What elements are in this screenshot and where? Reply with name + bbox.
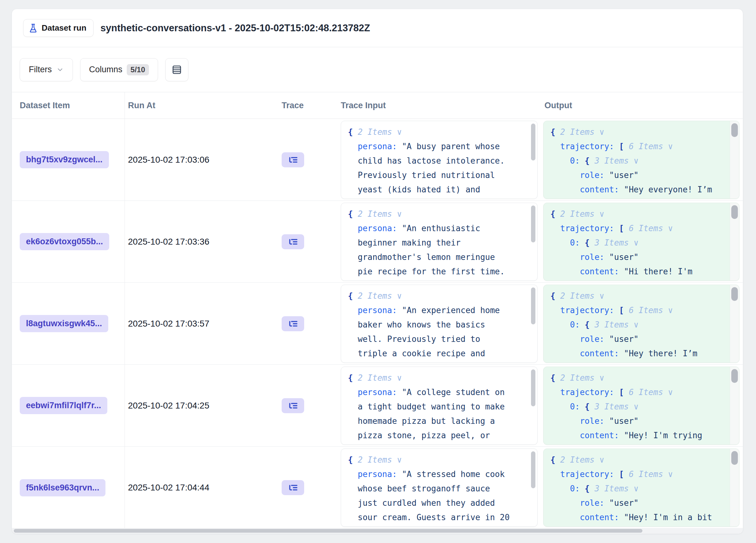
column-header-trace-input[interactable]: Trace Input	[337, 92, 542, 119]
trace-button[interactable]	[282, 316, 304, 331]
output-box[interactable]: { 2 Items ∨ trajectory: [ 6 Items ∨ 0: {…	[543, 284, 739, 363]
trace-input-cell: { 2 Items ∨ persona: "A stressed home co…	[337, 448, 542, 527]
column-header-dataset-item[interactable]: Dataset Item	[12, 92, 125, 119]
output-cell: { 2 Items ∨ trajectory: [ 6 Items ∨ 0: {…	[542, 448, 739, 527]
trace-button[interactable]	[282, 480, 304, 495]
dataset-item-cell: eebwi7mfil7lqlf7r...	[12, 365, 125, 446]
list-tree-icon	[288, 155, 298, 165]
run-at-value: 2025-10-02 17:03:57	[128, 319, 209, 328]
table-row: ek6oz6vtoxg055b... 2025-10-02 17:03:36 {…	[12, 201, 743, 283]
run-at-value: 2025-10-02 17:04:25	[128, 401, 209, 410]
output-box[interactable]: { 2 Items ∨ trajectory: [ 6 Items ∨ 0: {…	[543, 203, 739, 281]
trace-cell	[276, 152, 337, 167]
horizontal-scrollbar-thumb[interactable]	[14, 529, 642, 533]
trace-button[interactable]	[282, 398, 304, 413]
toolbar: Filters Columns 5/10	[12, 47, 743, 92]
dataset-item-pill[interactable]: ek6oz6vtoxg055b...	[20, 233, 109, 250]
trace-input-box[interactable]: { 2 Items ∨ persona: "A busy parent whos…	[341, 121, 538, 199]
run-at-value: 2025-10-02 17:04:44	[128, 483, 209, 492]
output-scrollbar-track[interactable]	[730, 367, 739, 444]
trace-input-json: { 2 Items ∨ persona: "A busy parent whos…	[341, 121, 537, 199]
table-body: bhg7t5xv9zgwcel... 2025-10-02 17:03:06 {…	[12, 119, 743, 528]
run-at-cell: 2025-10-02 17:03:36	[125, 237, 276, 247]
trace-cell	[276, 234, 337, 249]
trace-input-scrollbar-thumb[interactable]	[531, 287, 535, 324]
output-scrollbar-thumb[interactable]	[731, 451, 738, 465]
trace-input-cell: { 2 Items ∨ persona: "A college student …	[337, 366, 542, 445]
trace-input-cell: { 2 Items ∨ persona: "An experienced hom…	[337, 284, 542, 363]
dataset-item-cell: ek6oz6vtoxg055b...	[12, 201, 125, 282]
list-tree-icon	[288, 400, 298, 411]
output-json: { 2 Items ∨ trajectory: [ 6 Items ∨ 0: {…	[544, 285, 739, 363]
output-scrollbar-thumb[interactable]	[731, 369, 738, 383]
dataset-item-cell: bhg7t5xv9zgwcel...	[12, 119, 125, 201]
output-json: { 2 Items ∨ trajectory: [ 6 Items ∨ 0: {…	[544, 367, 739, 445]
output-cell: { 2 Items ∨ trajectory: [ 6 Items ∨ 0: {…	[542, 203, 739, 281]
output-json: { 2 Items ∨ trajectory: [ 6 Items ∨ 0: {…	[544, 203, 739, 281]
trace-input-scrollbar-thumb[interactable]	[531, 206, 535, 243]
trace-input-box[interactable]: { 2 Items ∨ persona: "An enthusiastic be…	[341, 203, 538, 281]
dataset-item-pill[interactable]: bhg7t5xv9zgwcel...	[20, 151, 109, 168]
trace-input-cell: { 2 Items ∨ persona: "An enthusiastic be…	[337, 203, 542, 281]
page-title: synthetic-conversations-v1 - 2025-10-02T…	[100, 23, 370, 34]
trace-input-json: { 2 Items ∨ persona: "A stressed home co…	[341, 449, 537, 527]
columns-button[interactable]: Columns 5/10	[80, 58, 158, 81]
output-json: { 2 Items ∨ trajectory: [ 6 Items ∨ 0: {…	[544, 449, 739, 527]
row-height-button[interactable]	[165, 58, 188, 81]
trace-button[interactable]	[282, 152, 304, 167]
output-box[interactable]: { 2 Items ∨ trajectory: [ 6 Items ∨ 0: {…	[543, 448, 739, 527]
run-at-cell: 2025-10-02 17:03:57	[125, 319, 276, 329]
trace-input-scrollbar-thumb[interactable]	[531, 369, 535, 406]
trace-input-box[interactable]: { 2 Items ∨ persona: "An experienced hom…	[341, 284, 538, 363]
list-tree-icon	[288, 237, 298, 247]
dataset-item-cell: f5nk6lse963qrvn...	[12, 447, 125, 528]
trace-input-scrollbar-thumb[interactable]	[531, 124, 535, 161]
card-header: Dataset run synthetic-conversations-v1 -…	[12, 9, 743, 47]
trace-input-json: { 2 Items ∨ persona: "An enthusiastic be…	[341, 203, 537, 281]
output-scrollbar-track[interactable]	[730, 203, 739, 280]
run-at-cell: 2025-10-02 17:03:06	[125, 155, 276, 165]
output-scrollbar-thumb[interactable]	[731, 287, 738, 301]
table-rows-icon	[172, 65, 182, 75]
trace-input-scrollbar-thumb[interactable]	[531, 451, 535, 488]
run-at-cell: 2025-10-02 17:04:44	[125, 483, 276, 493]
table-row: bhg7t5xv9zgwcel... 2025-10-02 17:03:06 {…	[12, 119, 743, 201]
trace-button[interactable]	[282, 234, 304, 249]
output-json: { 2 Items ∨ trajectory: [ 6 Items ∨ 0: {…	[544, 121, 739, 199]
run-at-value: 2025-10-02 17:03:36	[128, 237, 209, 247]
column-header-output[interactable]: Output	[542, 92, 739, 119]
dataset-item-pill[interactable]: l8agtuwxisgwk45...	[20, 315, 108, 332]
trace-input-box[interactable]: { 2 Items ∨ persona: "A stressed home co…	[341, 448, 538, 527]
output-scrollbar-track[interactable]	[730, 285, 739, 362]
trace-input-cell: { 2 Items ∨ persona: "A busy parent whos…	[337, 121, 542, 199]
output-cell: { 2 Items ∨ trajectory: [ 6 Items ∨ 0: {…	[542, 366, 739, 445]
dataset-item-cell: l8agtuwxisgwk45...	[12, 283, 125, 364]
table-row: f5nk6lse963qrvn... 2025-10-02 17:04:44 {…	[12, 447, 743, 528]
dataset-item-pill[interactable]: f5nk6lse963qrvn...	[20, 479, 105, 496]
output-scrollbar-thumb[interactable]	[731, 205, 738, 219]
trace-input-json: { 2 Items ∨ persona: "A college student …	[341, 367, 537, 445]
list-tree-icon	[288, 482, 298, 493]
filters-label: Filters	[29, 65, 52, 74]
trace-input-box[interactable]: { 2 Items ∨ persona: "A college student …	[341, 366, 538, 445]
output-cell: { 2 Items ∨ trajectory: [ 6 Items ∨ 0: {…	[542, 121, 739, 199]
table-header-row: Dataset Item Run At Trace Trace Input Ou…	[12, 92, 743, 119]
dataset-run-badge: Dataset run	[23, 19, 94, 37]
output-scrollbar-thumb[interactable]	[731, 123, 738, 137]
trace-input-json: { 2 Items ∨ persona: "An experienced hom…	[341, 285, 537, 363]
output-scrollbar-track[interactable]	[730, 449, 739, 526]
flask-icon	[28, 23, 38, 33]
filters-button[interactable]: Filters	[20, 58, 73, 81]
dataset-item-pill[interactable]: eebwi7mfil7lqlf7r...	[20, 397, 107, 414]
list-tree-icon	[288, 318, 298, 329]
output-box[interactable]: { 2 Items ∨ trajectory: [ 6 Items ∨ 0: {…	[543, 366, 739, 445]
trace-cell	[276, 398, 337, 413]
column-header-run-at[interactable]: Run At	[125, 92, 276, 119]
output-scrollbar-track[interactable]	[730, 121, 739, 199]
table-row: l8agtuwxisgwk45... 2025-10-02 17:03:57 {…	[12, 283, 743, 365]
output-box[interactable]: { 2 Items ∨ trajectory: [ 6 Items ∨ 0: {…	[543, 121, 739, 199]
run-at-value: 2025-10-02 17:03:06	[128, 155, 209, 165]
run-at-cell: 2025-10-02 17:04:25	[125, 401, 276, 411]
horizontal-scrollbar[interactable]	[12, 528, 743, 534]
column-header-trace[interactable]: Trace	[276, 92, 337, 119]
